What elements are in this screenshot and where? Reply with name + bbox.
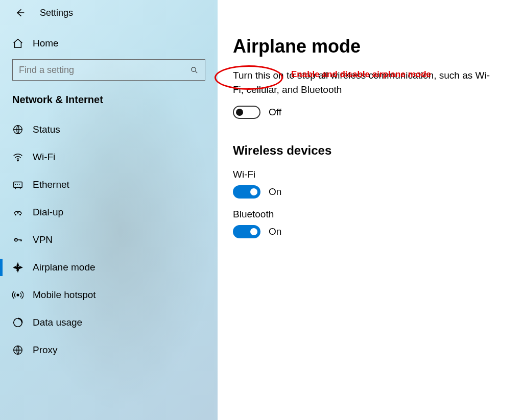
svg-point-8 [15, 239, 16, 240]
sidebar-item-status[interactable]: Status [0, 116, 218, 143]
device-bluetooth: BluetoothOn [233, 209, 500, 238]
airplane-toggle-label: Off [269, 107, 281, 118]
toggle-label: On [269, 186, 281, 197]
sidebar-item-dial-up[interactable]: Dial-up [0, 199, 218, 226]
category-title: Network & Internet [0, 90, 218, 116]
svg-rect-3 [14, 182, 22, 188]
svg-point-4 [15, 214, 16, 215]
home-icon [12, 38, 23, 49]
sidebar-item-vpn[interactable]: VPN [0, 226, 218, 254]
main-content: Airplane mode Turn this on to stop all w… [218, 0, 523, 420]
svg-point-2 [17, 160, 18, 161]
sidebar-item-ethernet[interactable]: Ethernet [0, 171, 218, 199]
globe-icon [12, 124, 23, 135]
sidebar-nav: StatusWi-FiEthernetDial-upVPNAirplane mo… [0, 116, 218, 364]
svg-point-0 [192, 67, 196, 71]
sidebar-item-mobile-hotspot[interactable]: Mobile hotspot [0, 281, 218, 309]
airplane-toggle-row: Off [233, 106, 500, 119]
home-label: Home [33, 38, 59, 49]
svg-point-9 [17, 294, 19, 296]
hotspot-icon [12, 289, 23, 301]
vpn-icon [12, 234, 23, 245]
bluetooth-toggle[interactable] [233, 225, 260, 238]
datausage-icon [12, 317, 23, 328]
page-description: Turn this on to stop all wireless commun… [233, 68, 500, 96]
page-title: Airplane mode [233, 36, 500, 57]
search-input[interactable] [12, 59, 205, 81]
airplane-toggle[interactable] [233, 106, 260, 119]
sidebar-item-label: Ethernet [33, 179, 69, 190]
sidebar-item-label: Status [33, 124, 60, 135]
wireless-devices-heading: Wireless devices [233, 143, 500, 158]
sidebar-item-label: VPN [33, 234, 53, 245]
proxy-icon [12, 344, 23, 356]
wi-fi-toggle[interactable] [233, 185, 260, 199]
sidebar-item-label: Dial-up [33, 207, 63, 218]
sidebar-item-airplane-mode[interactable]: Airplane mode [0, 254, 218, 281]
back-button[interactable] [14, 7, 26, 18]
sidebar-item-proxy[interactable]: Proxy [0, 336, 218, 364]
device-name-label: Bluetooth [233, 209, 500, 220]
settings-sidebar: Settings Home Network & Internet StatusW… [0, 0, 218, 420]
device-name-label: Wi-Fi [233, 169, 500, 180]
device-wi-fi: Wi-FiOn [233, 169, 500, 199]
sidebar-item-label: Data usage [33, 317, 82, 328]
sidebar-item-data-usage[interactable]: Data usage [0, 309, 218, 336]
search-field[interactable] [19, 65, 190, 76]
search-icon [190, 66, 199, 75]
sidebar-item-label: Airplane mode [33, 262, 96, 273]
arrow-left-icon [15, 8, 25, 18]
sidebar-item-label: Mobile hotspot [33, 289, 96, 301]
svg-point-5 [20, 214, 21, 215]
airplane-icon [12, 262, 23, 273]
sidebar-item-wi-fi[interactable]: Wi-Fi [0, 143, 218, 171]
wifi-icon [12, 152, 23, 163]
svg-point-6 [17, 212, 18, 213]
sidebar-item-label: Wi-Fi [33, 152, 55, 163]
toggle-label: On [269, 226, 281, 237]
ethernet-icon [12, 179, 23, 190]
window-title: Settings [40, 8, 73, 18]
dialup-icon [12, 207, 23, 218]
sidebar-item-label: Proxy [33, 344, 58, 356]
sidebar-item-home[interactable]: Home [0, 26, 218, 59]
